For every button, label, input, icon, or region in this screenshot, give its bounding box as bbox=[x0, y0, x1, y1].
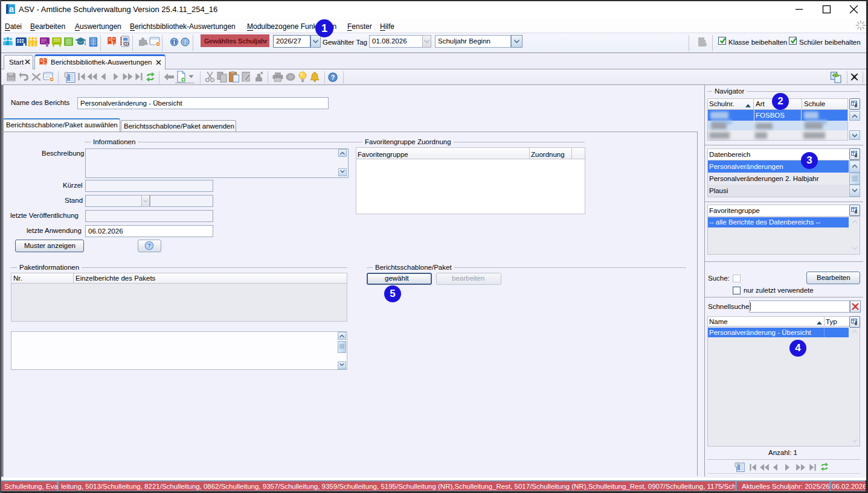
svg-text:?: ? bbox=[147, 243, 151, 249]
svg-text:?: ? bbox=[331, 74, 335, 81]
svg-text:?: ? bbox=[184, 39, 187, 45]
